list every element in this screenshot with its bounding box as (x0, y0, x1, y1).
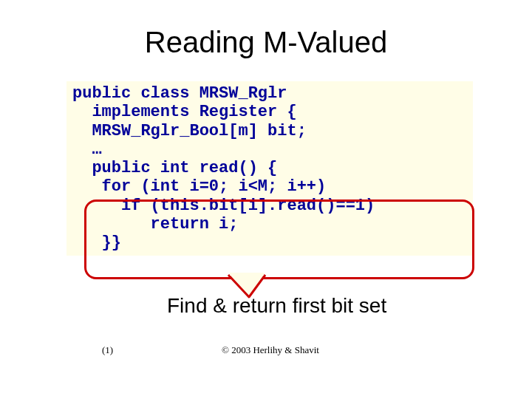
annotation-text: Find & return first bit set (167, 294, 386, 318)
code-line: if (this.bit[i].read()==1) (72, 197, 467, 215)
code-line: MRSW_Rglr_Bool[m] bit; (72, 122, 467, 140)
code-line: for (int i=0; i<M; i++) (72, 177, 467, 196)
code-line: return i; (72, 215, 467, 233)
slide-title: Reading M-Valued (0, 0, 532, 59)
slide-number: (1) (102, 344, 113, 356)
code-block: public class MRSW_Rglr implements Regist… (66, 81, 473, 256)
code-line: implements Register { (72, 103, 467, 121)
code-line: public int read() { (72, 159, 467, 177)
code-line: … (72, 140, 467, 159)
code-line: }} (72, 233, 467, 252)
code-line: public class MRSW_Rglr (72, 84, 467, 103)
copyright: © 2003 Herlihy & Shavit (222, 344, 319, 356)
